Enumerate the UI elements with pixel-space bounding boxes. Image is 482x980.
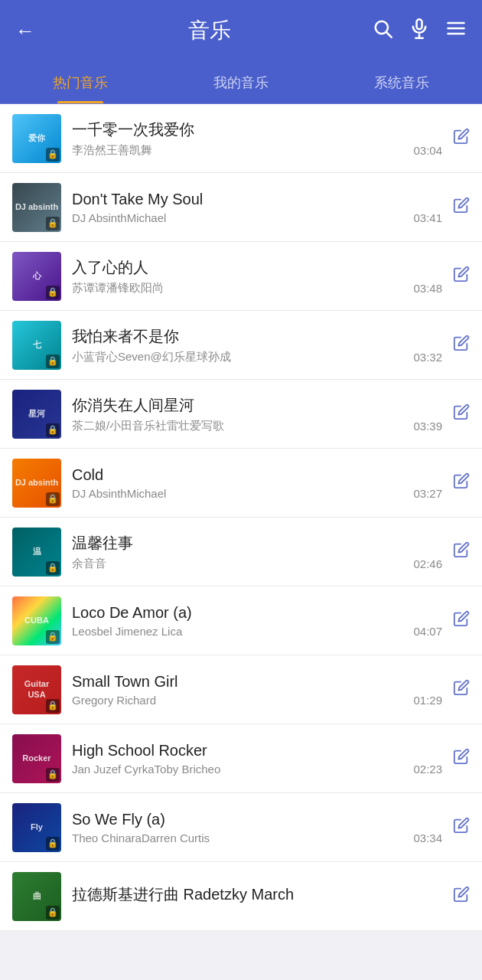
song-artist: 余音音	[72, 557, 405, 571]
list-item[interactable]: Fly 🔒 So We Fly (a) Theo ChinaraDarren C…	[0, 793, 482, 862]
song-info: Don't Take My Soul DJ AbsinthMichael 03:…	[72, 191, 442, 224]
edit-button[interactable]	[453, 541, 470, 563]
edit-button[interactable]	[453, 610, 470, 632]
app-header: ← 音乐	[0, 0, 482, 61]
lock-icon: 🔒	[46, 354, 60, 368]
song-duration: 03:04	[413, 144, 442, 157]
song-cover: 星河 🔒	[12, 390, 61, 439]
list-item[interactable]: 心 🔒 入了心的人 苏谭谭潘锋欧阳尚 03:48	[0, 242, 482, 311]
lock-icon: 🔒	[46, 561, 60, 575]
song-cover: Guitar USA 🔒	[12, 665, 61, 714]
list-item[interactable]: Guitar USA 🔒 Small Town Girl Gregory Ric…	[0, 655, 482, 724]
song-info: Cold DJ AbsinthMichael 03:27	[72, 466, 442, 500]
list-item[interactable]: CUBA 🔒 Loco De Amor (a) Leosbel Jimenez …	[0, 586, 482, 655]
song-info: 入了心的人 苏谭谭潘锋欧阳尚 03:48	[72, 257, 442, 296]
song-artist: 小蓝背心Seven@幻乐星球孙成	[72, 350, 405, 364]
song-meta: DJ AbsinthMichael 03:41	[72, 211, 442, 224]
mic-icon[interactable]	[409, 18, 430, 44]
song-artist: DJ AbsinthMichael	[72, 487, 405, 500]
tab-hot[interactable]: 热门音乐	[0, 61, 161, 103]
song-cover: 心 🔒	[12, 252, 61, 301]
tab-mine[interactable]: 我的音乐	[161, 61, 321, 103]
menu-icon[interactable]	[445, 18, 467, 44]
song-meta: Jan Juzef CyrkaToby Bricheo 02:23	[72, 763, 442, 776]
song-cover: Rocker 🔒	[12, 734, 61, 783]
list-item[interactable]: 爱你 🔒 一千零一次我爱你 李浩然王善凯舞 03:04	[0, 104, 482, 173]
lock-icon: 🔒	[46, 423, 60, 437]
song-meta: 茶二娘/小田音乐社雷壮爱写歌 03:39	[72, 419, 442, 433]
song-duration: 04:07	[413, 625, 442, 638]
song-duration: 01:29	[413, 694, 442, 707]
song-cover: 爱你 🔒	[12, 114, 61, 163]
song-meta: 余音音 02:46	[72, 557, 442, 571]
lock-icon: 🔒	[46, 630, 60, 644]
song-cover: Fly 🔒	[12, 803, 61, 852]
list-item[interactable]: DJ absinth 🔒 Cold DJ AbsinthMichael 03:2…	[0, 449, 482, 518]
header-actions	[372, 18, 467, 44]
song-artist: 茶二娘/小田音乐社雷壮爱写歌	[72, 419, 405, 433]
tab-system[interactable]: 系统音乐	[321, 61, 482, 103]
song-title: 入了心的人	[72, 257, 442, 278]
list-item[interactable]: 曲 🔒 拉德斯基进行曲 Radetzky March	[0, 862, 482, 931]
svg-rect-2	[417, 19, 422, 29]
song-title: High School Rocker	[72, 742, 442, 760]
svg-line-1	[386, 32, 391, 37]
song-artist: DJ AbsinthMichael	[72, 211, 405, 224]
song-title: 一千零一次我爱你	[72, 119, 442, 140]
lock-icon: 🔒	[46, 837, 60, 851]
tab-bar: 热门音乐 我的音乐 系统音乐	[0, 61, 482, 104]
song-info: 一千零一次我爱你 李浩然王善凯舞 03:04	[72, 119, 442, 158]
list-item[interactable]: 七 🔒 我怕来者不是你 小蓝背心Seven@幻乐星球孙成 03:32	[0, 311, 482, 380]
song-title: Small Town Girl	[72, 673, 442, 691]
list-item[interactable]: Rocker 🔒 High School Rocker Jan Juzef Cy…	[0, 724, 482, 793]
edit-button[interactable]	[453, 748, 470, 769]
song-cover: 七 🔒	[12, 321, 61, 370]
search-icon[interactable]	[372, 18, 393, 44]
edit-button[interactable]	[453, 197, 470, 218]
lock-icon: 🔒	[46, 699, 60, 713]
edit-button[interactable]	[453, 266, 470, 287]
song-info: 我怕来者不是你 小蓝背心Seven@幻乐星球孙成 03:32	[72, 326, 442, 364]
edit-button[interactable]	[453, 403, 470, 425]
song-duration: 03:32	[413, 351, 442, 364]
song-info: 温馨往事 余音音 02:46	[72, 533, 442, 571]
song-title: Don't Take My Soul	[72, 191, 442, 208]
song-cover: CUBA 🔒	[12, 596, 61, 645]
list-item[interactable]: 星河 🔒 你消失在人间星河 茶二娘/小田音乐社雷壮爱写歌 03:39	[0, 380, 482, 449]
song-meta: Theo ChinaraDarren Curtis 03:34	[72, 831, 442, 844]
song-meta: Leosbel Jimenez Lica 04:07	[72, 625, 442, 638]
song-artist: Theo ChinaraDarren Curtis	[72, 831, 405, 844]
back-button[interactable]: ←	[15, 19, 35, 43]
lock-icon: 🔒	[46, 286, 60, 299]
edit-button[interactable]	[453, 128, 470, 149]
song-info: Small Town Girl Gregory Richard 01:29	[72, 673, 442, 707]
song-info: So We Fly (a) Theo ChinaraDarren Curtis …	[72, 811, 442, 844]
page-title: 音乐	[47, 16, 372, 45]
song-meta: 苏谭谭潘锋欧阳尚 03:48	[72, 281, 442, 296]
song-info: High School Rocker Jan Juzef CyrkaToby B…	[72, 742, 442, 776]
edit-button[interactable]	[453, 335, 470, 356]
song-duration: 03:27	[413, 487, 442, 500]
song-meta: Gregory Richard 01:29	[72, 694, 442, 707]
edit-button[interactable]	[453, 472, 470, 494]
edit-button[interactable]	[453, 886, 470, 907]
lock-icon: 🔒	[46, 906, 60, 920]
song-duration: 02:46	[413, 557, 442, 570]
song-artist: 李浩然王善凯舞	[72, 143, 405, 158]
song-title: Loco De Amor (a)	[72, 604, 442, 622]
song-duration: 03:34	[413, 831, 442, 844]
song-duration: 03:48	[413, 282, 442, 295]
song-duration: 02:23	[413, 763, 442, 776]
edit-button[interactable]	[453, 817, 470, 838]
list-item[interactable]: 温 🔒 温馨往事 余音音 02:46	[0, 518, 482, 586]
song-meta: DJ AbsinthMichael 03:27	[72, 487, 442, 500]
song-artist: Leosbel Jimenez Lica	[72, 625, 405, 638]
song-title: 温馨往事	[72, 533, 442, 554]
song-title: 我怕来者不是你	[72, 326, 442, 347]
song-info: 拉德斯基进行曲 Radetzky March	[72, 884, 442, 908]
edit-button[interactable]	[453, 679, 470, 701]
song-artist: Jan Juzef CyrkaToby Bricheo	[72, 763, 405, 776]
lock-icon: 🔒	[46, 492, 60, 506]
list-item[interactable]: DJ absinth 🔒 Don't Take My Soul DJ Absin…	[0, 173, 482, 242]
lock-icon: 🔒	[46, 148, 60, 162]
